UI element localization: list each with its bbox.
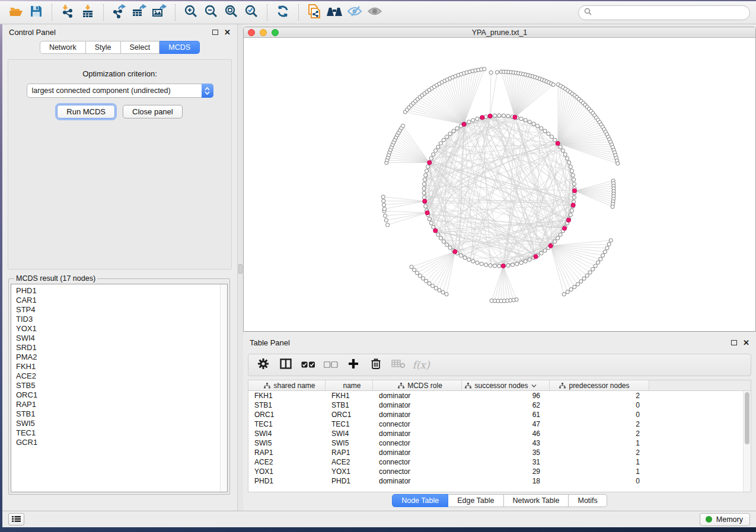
mcds-result-item[interactable]: PMA2	[16, 352, 227, 362]
status-bar: Memory	[2, 511, 756, 527]
close-panel-icon[interactable]: ✕	[224, 28, 231, 36]
table-row[interactable]: YOX1 YOX1 connector 29 1	[248, 467, 751, 476]
export-image-button[interactable]	[149, 3, 170, 22]
search-field[interactable]	[578, 5, 750, 20]
mcds-result-item[interactable]: SWI4	[16, 334, 227, 343]
network-window: YPA_prune.txt_1	[243, 27, 756, 332]
close-panel-button[interactable]: Close panel	[123, 105, 183, 118]
function-builder-button[interactable]: f(x)	[410, 355, 432, 374]
close-table-panel-icon[interactable]: ✕	[743, 339, 749, 347]
table-options-button[interactable]	[252, 355, 275, 374]
combo-stepper-icon	[202, 84, 213, 98]
mcds-result-item[interactable]: STB5	[16, 381, 227, 390]
import-table-icon	[81, 4, 95, 21]
table-header: shared name name MCDS role successor nod…	[248, 380, 751, 391]
open-session-button[interactable]	[6, 3, 26, 22]
hide-eye-icon	[347, 5, 362, 20]
table-scrollbar[interactable]	[743, 391, 751, 492]
mcds-result-item[interactable]: ACE2	[16, 371, 227, 381]
import-table-button[interactable]	[78, 3, 98, 22]
tab-motifs[interactable]: Motifs	[569, 494, 607, 507]
mcds-result-item[interactable]: FKH1	[16, 362, 227, 371]
export-image-icon	[152, 4, 167, 21]
export-network-icon	[111, 4, 127, 21]
column-header-successor-nodes[interactable]: successor nodes	[462, 380, 550, 390]
float-panel-icon[interactable]	[212, 30, 218, 35]
column-header-mcds-role[interactable]: MCDS role	[373, 380, 462, 390]
create-column-button[interactable]	[342, 355, 365, 374]
column-header-shared-name[interactable]: shared name	[248, 380, 326, 390]
mcds-result-item[interactable]: STB1	[16, 409, 227, 419]
mcds-result-item[interactable]: PHD1	[16, 286, 227, 296]
vertical-splitter[interactable]	[238, 24, 243, 511]
header-filler	[649, 380, 751, 390]
apply-layout-button[interactable]	[273, 3, 293, 22]
zoom-fit-button[interactable]	[221, 3, 241, 22]
tab-network-table[interactable]: Network Table	[504, 494, 569, 507]
mcds-result-item[interactable]: ORC1	[16, 390, 227, 400]
column-header-predecessor-nodes[interactable]: predecessor nodes	[550, 380, 649, 390]
fx-icon: f(x)	[412, 359, 429, 371]
unselect-all-columns-button[interactable]	[320, 355, 342, 374]
table-row[interactable]: RAP1 RAP1 dominator 35 2	[248, 448, 751, 457]
zoom-in-button[interactable]	[181, 3, 201, 22]
optimization-criterion-select[interactable]: largest connected component (undirected)	[27, 84, 213, 98]
new-network-from-selection-button[interactable]	[304, 3, 324, 22]
export-table-button[interactable]	[129, 3, 149, 22]
import-network-button[interactable]	[58, 3, 78, 22]
mcds-result-list[interactable]: PHD1 CAR1 STP4 TID3 YOX1 SWI4 SRD1 PMA2 …	[11, 284, 228, 492]
tab-edge-table[interactable]: Edge Table	[448, 494, 503, 507]
run-mcds-button[interactable]: Run MCDS	[57, 105, 115, 118]
mcds-result-item[interactable]: TEC1	[16, 428, 227, 438]
table-row[interactable]: SWI4 SWI4 dominator 46 2	[248, 429, 751, 438]
save-session-button[interactable]	[26, 3, 46, 22]
table-row[interactable]: FKH1 FKH1 dominator 96 2	[248, 391, 751, 400]
tab-select[interactable]: Select	[121, 41, 160, 54]
table-row[interactable]: STB1 STB1 dominator 62 0	[248, 400, 751, 410]
float-table-panel-icon[interactable]	[731, 340, 737, 345]
delete-table-button[interactable]	[387, 355, 410, 374]
checked-boxes-icon	[301, 360, 315, 370]
export-network-button[interactable]	[109, 3, 129, 22]
toolbar-separator	[298, 4, 299, 21]
mcds-result-item[interactable]: TID3	[16, 315, 227, 324]
table-row[interactable]: ACE2 ACE2 connector 31 1	[248, 457, 751, 467]
tab-style[interactable]: Style	[86, 41, 121, 54]
criterion-selected-value: largest connected component (undirected)	[27, 86, 202, 95]
mcds-result-item[interactable]: STP4	[16, 305, 227, 315]
task-history-button[interactable]	[8, 513, 24, 525]
column-header-name[interactable]: name	[326, 380, 373, 390]
table-row[interactable]: ORC1 ORC1 dominator 61 0	[248, 410, 751, 419]
network-graph[interactable]	[244, 38, 755, 332]
delete-columns-button[interactable]	[365, 355, 387, 374]
table-row[interactable]: PHD1 PHD1 dominator 18 0	[248, 476, 751, 486]
table-row[interactable]: TEC1 TEC1 connector 47 2	[248, 419, 751, 429]
tab-network[interactable]: Network	[40, 41, 86, 54]
scrollbar-thumb[interactable]	[745, 392, 749, 444]
duplicate-network-icon	[307, 4, 321, 21]
mcds-result-item[interactable]: SWI5	[16, 419, 227, 428]
splitter-grip[interactable]	[238, 264, 243, 274]
first-neighbors-button[interactable]	[324, 3, 344, 22]
network-window-titlebar[interactable]: YPA_prune.txt_1	[244, 27, 755, 38]
memory-button[interactable]: Memory	[700, 513, 750, 526]
select-all-columns-button[interactable]	[297, 355, 320, 374]
mcds-result-item[interactable]: GCR1	[16, 438, 227, 447]
show-all-button[interactable]	[365, 3, 385, 22]
show-column-panel-button[interactable]	[275, 355, 297, 374]
mcds-result-item[interactable]: YOX1	[16, 324, 227, 334]
trash-icon	[371, 358, 381, 372]
mcds-result-item[interactable]: CAR1	[16, 296, 227, 305]
table-row[interactable]: SWI5 SWI5 connector 43 1	[248, 438, 751, 448]
tab-mcds[interactable]: MCDS	[160, 41, 200, 54]
search-input[interactable]	[595, 8, 744, 17]
list-scrollbar[interactable]	[220, 284, 227, 492]
hide-selected-button[interactable]	[344, 3, 365, 22]
task-list-icon	[12, 514, 21, 525]
mcds-result-item[interactable]: SRD1	[16, 343, 227, 352]
tab-node-table[interactable]: Node Table	[392, 494, 448, 507]
zoom-fit-icon	[224, 4, 238, 21]
zoom-selected-button[interactable]	[241, 3, 261, 22]
mcds-result-item[interactable]: RAP1	[16, 400, 227, 409]
zoom-out-button[interactable]	[201, 3, 221, 22]
